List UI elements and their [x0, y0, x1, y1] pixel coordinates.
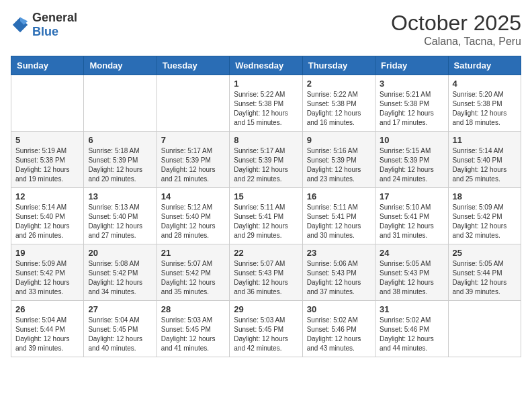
day-info: Sunrise: 5:07 AM Sunset: 5:43 PM Dayligh…	[234, 259, 298, 297]
day-info: Sunrise: 5:09 AM Sunset: 5:42 PM Dayligh…	[453, 203, 517, 240]
day-cell: 22Sunrise: 5:07 AM Sunset: 5:43 PM Dayli…	[230, 244, 302, 301]
day-number: 25	[453, 248, 517, 258]
day-number: 24	[380, 248, 443, 258]
day-cell: 14Sunrise: 5:12 AM Sunset: 5:40 PM Dayli…	[157, 188, 229, 244]
day-number: 12	[15, 191, 79, 201]
day-info: Sunrise: 5:04 AM Sunset: 5:44 PM Dayligh…	[15, 316, 79, 353]
day-info: Sunrise: 5:17 AM Sunset: 5:39 PM Dayligh…	[161, 146, 225, 184]
day-cell: 18Sunrise: 5:09 AM Sunset: 5:42 PM Dayli…	[448, 188, 521, 244]
day-info: Sunrise: 5:05 AM Sunset: 5:44 PM Dayligh…	[453, 259, 517, 297]
day-cell: 12Sunrise: 5:14 AM Sunset: 5:40 PM Dayli…	[11, 188, 84, 244]
location-title: Calana, Tacna, Peru	[391, 36, 521, 48]
day-cell	[11, 75, 84, 132]
day-cell: 21Sunrise: 5:07 AM Sunset: 5:42 PM Dayli…	[157, 244, 229, 301]
day-number: 23	[307, 248, 371, 258]
day-number: 30	[307, 304, 371, 314]
weekday-header-sunday: Sunday	[11, 56, 84, 75]
day-number: 1	[234, 79, 298, 89]
day-info: Sunrise: 5:06 AM Sunset: 5:43 PM Dayligh…	[307, 259, 371, 297]
day-info: Sunrise: 5:03 AM Sunset: 5:45 PM Dayligh…	[161, 316, 225, 353]
day-number: 31	[380, 304, 443, 314]
day-info: Sunrise: 5:03 AM Sunset: 5:45 PM Dayligh…	[234, 316, 298, 353]
day-cell: 11Sunrise: 5:14 AM Sunset: 5:40 PM Dayli…	[448, 132, 521, 188]
day-number: 6	[88, 135, 152, 145]
weekday-header-friday: Friday	[375, 56, 448, 75]
week-row-1: 1Sunrise: 5:22 AM Sunset: 5:38 PM Daylig…	[11, 75, 521, 132]
day-info: Sunrise: 5:08 AM Sunset: 5:42 PM Dayligh…	[88, 259, 152, 297]
day-cell: 9Sunrise: 5:16 AM Sunset: 5:39 PM Daylig…	[302, 132, 375, 188]
day-cell: 24Sunrise: 5:05 AM Sunset: 5:43 PM Dayli…	[375, 244, 448, 301]
day-cell: 29Sunrise: 5:03 AM Sunset: 5:45 PM Dayli…	[230, 301, 302, 357]
page-header: General Blue October 2025 Calana, Tacna,…	[11, 11, 521, 48]
day-info: Sunrise: 5:09 AM Sunset: 5:42 PM Dayligh…	[15, 259, 79, 297]
day-info: Sunrise: 5:07 AM Sunset: 5:42 PM Dayligh…	[161, 259, 225, 297]
day-cell: 3Sunrise: 5:21 AM Sunset: 5:38 PM Daylig…	[375, 75, 448, 132]
calendar-table: SundayMondayTuesdayWednesdayThursdayFrid…	[11, 56, 521, 357]
day-cell: 15Sunrise: 5:11 AM Sunset: 5:41 PM Dayli…	[230, 188, 302, 244]
day-cell: 31Sunrise: 5:02 AM Sunset: 5:46 PM Dayli…	[375, 301, 448, 357]
day-number: 18	[453, 191, 517, 201]
day-number: 7	[161, 135, 225, 145]
day-number: 8	[234, 135, 298, 145]
day-info: Sunrise: 5:04 AM Sunset: 5:45 PM Dayligh…	[88, 316, 152, 353]
day-number: 15	[234, 191, 298, 201]
day-number: 22	[234, 248, 298, 258]
day-number: 14	[161, 191, 225, 201]
day-number: 20	[88, 248, 152, 258]
day-cell: 26Sunrise: 5:04 AM Sunset: 5:44 PM Dayli…	[11, 301, 84, 357]
day-info: Sunrise: 5:14 AM Sunset: 5:40 PM Dayligh…	[453, 146, 517, 184]
month-title: October 2025	[391, 11, 521, 36]
day-cell	[157, 75, 229, 132]
day-cell: 16Sunrise: 5:11 AM Sunset: 5:41 PM Dayli…	[302, 188, 375, 244]
week-row-4: 19Sunrise: 5:09 AM Sunset: 5:42 PM Dayli…	[11, 244, 521, 301]
day-number: 5	[15, 135, 79, 145]
weekday-header-saturday: Saturday	[448, 56, 521, 75]
week-row-5: 26Sunrise: 5:04 AM Sunset: 5:44 PM Dayli…	[11, 301, 521, 357]
day-cell	[84, 75, 157, 132]
day-number: 3	[380, 79, 443, 89]
logo-wordmark: General Blue	[32, 11, 77, 39]
day-cell: 5Sunrise: 5:19 AM Sunset: 5:38 PM Daylig…	[11, 132, 84, 188]
day-number: 10	[380, 135, 443, 145]
day-info: Sunrise: 5:22 AM Sunset: 5:38 PM Dayligh…	[234, 90, 298, 128]
day-cell: 28Sunrise: 5:03 AM Sunset: 5:45 PM Dayli…	[157, 301, 229, 357]
weekday-header-wednesday: Wednesday	[230, 56, 302, 75]
day-info: Sunrise: 5:12 AM Sunset: 5:40 PM Dayligh…	[161, 203, 225, 240]
day-info: Sunrise: 5:11 AM Sunset: 5:41 PM Dayligh…	[234, 203, 298, 240]
day-number: 28	[161, 304, 225, 314]
day-info: Sunrise: 5:02 AM Sunset: 5:46 PM Dayligh…	[380, 316, 443, 353]
title-block: October 2025 Calana, Tacna, Peru	[391, 11, 521, 48]
day-info: Sunrise: 5:19 AM Sunset: 5:38 PM Dayligh…	[15, 146, 79, 184]
day-info: Sunrise: 5:21 AM Sunset: 5:38 PM Dayligh…	[380, 90, 443, 128]
day-info: Sunrise: 5:18 AM Sunset: 5:39 PM Dayligh…	[88, 146, 152, 184]
day-number: 29	[234, 304, 298, 314]
day-info: Sunrise: 5:02 AM Sunset: 5:46 PM Dayligh…	[307, 316, 371, 353]
day-info: Sunrise: 5:14 AM Sunset: 5:40 PM Dayligh…	[15, 203, 79, 240]
day-info: Sunrise: 5:22 AM Sunset: 5:38 PM Dayligh…	[307, 90, 371, 128]
day-cell: 2Sunrise: 5:22 AM Sunset: 5:38 PM Daylig…	[302, 75, 375, 132]
day-cell: 7Sunrise: 5:17 AM Sunset: 5:39 PM Daylig…	[157, 132, 229, 188]
day-number: 27	[88, 304, 152, 314]
day-info: Sunrise: 5:10 AM Sunset: 5:41 PM Dayligh…	[380, 203, 443, 240]
day-number: 21	[161, 248, 225, 258]
day-number: 9	[307, 135, 371, 145]
logo-general-text: General	[32, 11, 77, 24]
day-cell: 17Sunrise: 5:10 AM Sunset: 5:41 PM Dayli…	[375, 188, 448, 244]
day-info: Sunrise: 5:11 AM Sunset: 5:41 PM Dayligh…	[307, 203, 371, 240]
day-info: Sunrise: 5:20 AM Sunset: 5:38 PM Dayligh…	[453, 90, 517, 128]
day-cell: 1Sunrise: 5:22 AM Sunset: 5:38 PM Daylig…	[230, 75, 302, 132]
day-cell: 20Sunrise: 5:08 AM Sunset: 5:42 PM Dayli…	[84, 244, 157, 301]
logo-blue-text: Blue	[32, 25, 58, 38]
day-info: Sunrise: 5:15 AM Sunset: 5:39 PM Dayligh…	[380, 146, 443, 184]
day-cell: 4Sunrise: 5:20 AM Sunset: 5:38 PM Daylig…	[448, 75, 521, 132]
logo-icon	[11, 15, 30, 34]
day-cell: 19Sunrise: 5:09 AM Sunset: 5:42 PM Dayli…	[11, 244, 84, 301]
day-info: Sunrise: 5:16 AM Sunset: 5:39 PM Dayligh…	[307, 146, 371, 184]
day-cell: 30Sunrise: 5:02 AM Sunset: 5:46 PM Dayli…	[302, 301, 375, 357]
day-info: Sunrise: 5:17 AM Sunset: 5:39 PM Dayligh…	[234, 146, 298, 184]
day-cell: 10Sunrise: 5:15 AM Sunset: 5:39 PM Dayli…	[375, 132, 448, 188]
day-number: 16	[307, 191, 371, 201]
day-number: 17	[380, 191, 443, 201]
day-info: Sunrise: 5:13 AM Sunset: 5:40 PM Dayligh…	[88, 203, 152, 240]
day-number: 13	[88, 191, 152, 201]
